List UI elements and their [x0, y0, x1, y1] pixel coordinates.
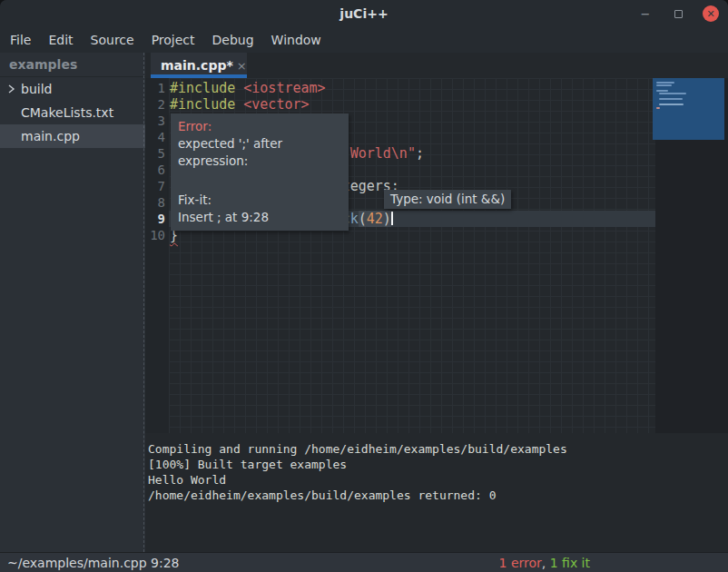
minimap-viewport[interactable] — [653, 78, 724, 140]
tab-label: main.cpp* — [161, 58, 233, 73]
minimap-line — [656, 90, 668, 92]
output-panel[interactable]: Compiling and running /home/eidheim/exam… — [145, 433, 728, 552]
line-number: 2 — [145, 96, 169, 113]
menu-item-file[interactable]: File — [10, 33, 31, 47]
close-icon[interactable]: ✕ — [703, 5, 719, 22]
output-line: /home/eidheim/examples/build/examples re… — [148, 488, 728, 503]
error-tooltip-title: Error: — [178, 118, 349, 135]
status-diagnostics: 1 error, 1 fix it — [499, 556, 590, 570]
code-editor: 12345678910 #include <iostream>#include … — [145, 78, 728, 433]
menu-item-project[interactable]: Project — [152, 33, 195, 47]
menu-item-edit[interactable]: Edit — [48, 33, 73, 47]
minimap-line — [656, 82, 674, 84]
output-line: Compiling and running /home/eidheim/exam… — [148, 441, 728, 457]
minimap-line — [659, 98, 683, 100]
file-tree: buildCMakeLists.txtmain.cpp — [0, 77, 145, 148]
tree-item-main-cpp[interactable]: main.cpp — [0, 124, 145, 148]
code-token: <vector> — [243, 96, 309, 113]
chevron-right-icon[interactable] — [6, 83, 17, 95]
minimize-icon[interactable]: − — [637, 5, 654, 22]
line-number: 7 — [145, 178, 169, 194]
tab-main-cpp[interactable]: main.cpp* × — [151, 53, 247, 78]
tree-item-build[interactable]: build — [0, 77, 145, 101]
line-number: 4 — [145, 129, 169, 145]
minimap-line — [656, 84, 672, 86]
sidebar-file-browser: examples buildCMakeLists.txtmain.cpp — [0, 53, 145, 552]
menu-item-source[interactable]: Source — [91, 33, 134, 47]
line-number: 6 — [145, 162, 169, 178]
code-token: <iostream> — [243, 80, 325, 96]
fixit-count: 1 fix it — [550, 556, 590, 570]
restore-icon[interactable] — [670, 5, 686, 22]
code-line-2: #include <vector> — [169, 96, 655, 113]
type-tooltip: Type: void (int &&) — [384, 190, 511, 209]
tab-bar: main.cpp* × — [145, 53, 728, 78]
tree-item-label: build — [21, 82, 52, 96]
window-controls: − ✕ — [637, 0, 719, 27]
minimap-line — [656, 107, 660, 109]
pane-separator[interactable] — [143, 53, 144, 552]
line-number: 8 — [145, 194, 169, 211]
line-number: 9 — [145, 211, 169, 227]
menu-item-window[interactable]: Window — [271, 33, 321, 47]
fixit-text: Insert ; at 9:28 — [178, 209, 349, 226]
code-line-1: #include <iostream> — [169, 80, 655, 96]
tree-item-label: CMakeLists.txt — [21, 105, 113, 120]
code-token: #include — [170, 96, 243, 113]
line-number: 10 — [145, 227, 169, 243]
error-tooltip-message: expected ';' after expression: — [178, 135, 349, 170]
status-bar: ~/examples/main.cpp 9:28 1 error, 1 fix … — [0, 552, 728, 572]
error-tooltip-gap — [178, 170, 349, 192]
code-token: ) — [383, 211, 391, 227]
output-line: Hello World — [148, 472, 728, 488]
code-token: ( — [359, 211, 367, 227]
text-cursor — [391, 212, 393, 225]
output-line: [100%] Built target examples — [148, 457, 728, 472]
menubar: FileEditSourceProjectDebugWindow — [0, 27, 728, 53]
line-number: 3 — [145, 113, 169, 129]
project-name: examples — [0, 53, 145, 77]
editor-pane: main.cpp* × 12345678910 #include <iostre… — [145, 53, 728, 552]
app-window: juCi++ − ✕ FileEditSourceProjectDebugWin… — [0, 0, 728, 572]
minimap-line — [659, 104, 684, 105]
tree-item-label: main.cpp — [21, 129, 80, 143]
fixit-label: Fix-it: — [178, 192, 349, 209]
minimap — [655, 78, 728, 433]
code-token: #include — [170, 80, 243, 96]
status-location: ~/examples/main.cpp 9:28 — [7, 556, 180, 570]
main-area: examples buildCMakeLists.txtmain.cpp mai… — [0, 53, 728, 552]
window-title: juCi++ — [0, 0, 728, 27]
menu-item-debug[interactable]: Debug — [212, 33, 254, 47]
line-number: 5 — [145, 145, 169, 162]
tree-item-cmakelists-txt[interactable]: CMakeLists.txt — [0, 101, 145, 124]
titlebar[interactable]: juCi++ − ✕ — [0, 0, 728, 27]
line-number: 1 — [145, 80, 169, 96]
code-token: ; — [416, 145, 424, 162]
line-number-gutter: 12345678910 — [145, 78, 169, 433]
minimap-line — [659, 93, 686, 94]
tab-close-icon[interactable]: × — [237, 59, 247, 73]
code-token: 42 — [367, 211, 383, 227]
error-tooltip: Error: expected ';' after expression: Fi… — [171, 113, 349, 231]
error-count: 1 error — [499, 556, 542, 570]
